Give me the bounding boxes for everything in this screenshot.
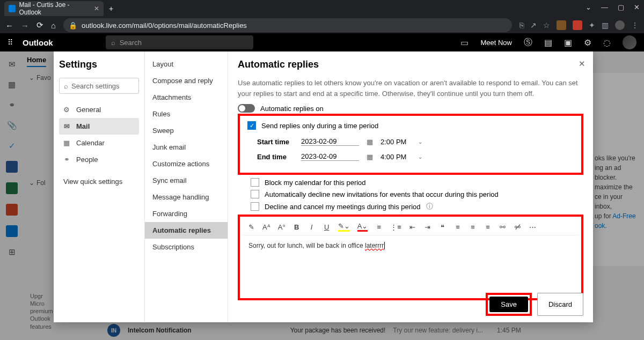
calendar-icon[interactable]: ▦ — [367, 153, 373, 161]
browser-chrome: Mail - Curtis Joe - Outlook ✕ + ⌄ — ▢ ✕ … — [0, 0, 644, 33]
chevron-down-icon[interactable]: ⌄ — [418, 154, 422, 160]
decline-cancel-checkbox[interactable] — [251, 202, 259, 211]
align-left-icon[interactable]: ≡ — [454, 223, 462, 231]
outlook-favicon-icon — [9, 5, 16, 12]
lock-icon: 🔒 — [69, 21, 77, 29]
mid-customize[interactable]: Customize actions — [145, 156, 228, 172]
misspelled-word: laterrrr — [365, 242, 384, 249]
font-color-icon[interactable]: A⌄ — [357, 222, 368, 232]
mid-sync[interactable]: Sync email — [145, 172, 228, 189]
home-button[interactable]: ⌂ — [51, 21, 56, 30]
skype-icon[interactable]: Ⓢ — [524, 37, 532, 48]
mid-compose[interactable]: Compose and reply — [145, 72, 228, 89]
mid-layout[interactable]: Layout — [145, 56, 228, 72]
meet-now-link[interactable]: Meet Now — [480, 39, 512, 47]
sidepanel-icon[interactable]: ▥ — [602, 21, 609, 29]
highlight-box-editor: ✎ Aᴬ A° B I U ✎⌄ A⌄ ≡ ⋮≡ ⇤ ⇥ ❝ ≡ ≡ ≡ ⚯ ⚯… — [238, 215, 583, 300]
start-date-input[interactable]: 2023-02-09 — [301, 137, 359, 146]
abp-extension-icon[interactable] — [573, 20, 582, 30]
save-button[interactable]: Save — [489, 297, 528, 312]
mid-handling[interactable]: Message handling — [145, 189, 228, 205]
outdent-icon[interactable]: ⇤ — [409, 223, 416, 231]
view-quick-settings[interactable]: View quick settings — [59, 178, 139, 186]
align-right-icon[interactable]: ≡ — [484, 223, 492, 231]
extension-icon[interactable] — [557, 20, 566, 30]
window-chevron-icon[interactable]: ⌄ — [586, 3, 591, 11]
description-text: Use automatic replies to let others know… — [238, 78, 583, 99]
nav-general[interactable]: ⚙General — [59, 101, 139, 118]
italic-icon[interactable]: I — [308, 223, 316, 231]
chevron-down-icon[interactable]: ⌄ — [418, 139, 422, 145]
time-period-checkbox[interactable]: ✓ — [247, 121, 256, 130]
underline-icon[interactable]: U — [323, 223, 331, 231]
nav-mail[interactable]: ✉Mail — [59, 118, 139, 135]
meet-cam-icon[interactable]: ▭ — [460, 38, 469, 48]
start-time-input[interactable]: 2:00 PM — [380, 138, 411, 146]
mid-subscriptions[interactable]: Subscriptions — [145, 239, 228, 255]
mid-junk[interactable]: Junk email — [145, 139, 228, 156]
mid-sweep[interactable]: Sweep — [145, 122, 228, 139]
settings-title: Settings — [59, 59, 139, 70]
quote-icon[interactable]: ❝ — [439, 223, 447, 231]
back-button[interactable]: ← — [5, 21, 13, 30]
unlink-icon[interactable]: ⚯̸ — [514, 223, 522, 231]
font-size-icon[interactable]: A° — [278, 223, 286, 231]
block-calendar-checkbox[interactable] — [251, 178, 259, 187]
nav-calendar[interactable]: ▦Calendar — [59, 135, 139, 151]
decline-new-checkbox[interactable] — [251, 190, 259, 198]
align-center-icon[interactable]: ≡ — [469, 223, 477, 231]
gear-icon: ⚙ — [62, 106, 71, 114]
mid-attachments[interactable]: Attachments — [145, 89, 228, 106]
end-date-input[interactable]: 2023-02-09 — [301, 152, 359, 161]
teams-icon[interactable]: ▤ — [544, 38, 552, 48]
search-settings-input[interactable]: ⌕ Search settings — [59, 78, 139, 94]
calendar-icon: ▦ — [62, 139, 71, 147]
settings-gear-icon[interactable]: ⚙ — [584, 38, 591, 48]
tips-icon[interactable]: ◌ — [603, 38, 611, 48]
reload-button[interactable]: ⟳ — [36, 20, 43, 30]
notifications-icon[interactable]: ▣ — [564, 38, 572, 48]
mid-forwarding[interactable]: Forwarding — [145, 205, 228, 222]
link-icon[interactable]: ⚯ — [499, 223, 507, 231]
install-app-icon[interactable]: ⎘ — [519, 21, 524, 29]
more-icon[interactable]: ⋮ — [631, 21, 639, 29]
search-icon: ⌕ — [111, 39, 115, 47]
user-avatar[interactable] — [623, 35, 636, 49]
end-time-input[interactable]: 4:00 PM — [380, 153, 411, 161]
bullets-icon[interactable]: ≡ — [375, 223, 383, 231]
mid-automatic-replies[interactable]: Automatic replies — [145, 222, 228, 239]
url-text: outlook.live.com/mail/0/options/mail/aut… — [82, 21, 247, 29]
more-options-icon[interactable]: ⋯ — [529, 223, 537, 231]
indent-icon[interactable]: ⇥ — [424, 223, 431, 231]
highlight-color-icon[interactable]: ✎⌄ — [338, 222, 350, 232]
window-maximize-icon[interactable]: ▢ — [618, 3, 624, 11]
extensions-icon[interactable]: ✦ — [589, 21, 595, 29]
window-close-icon[interactable]: ✕ — [634, 3, 640, 11]
discard-button[interactable]: Discard — [537, 293, 583, 316]
reply-editor[interactable]: Sorry, out for lunch, will be back in of… — [242, 235, 579, 256]
toggle-label: Automatic replies on — [260, 105, 324, 113]
new-tab-button[interactable]: + — [109, 4, 113, 13]
bookmark-icon[interactable]: ☆ — [543, 21, 550, 29]
mid-rules[interactable]: Rules — [145, 106, 228, 122]
bold-icon[interactable]: B — [293, 223, 301, 231]
profile-avatar-icon[interactable] — [615, 20, 625, 30]
app-launcher-icon[interactable]: ⠿ — [8, 38, 13, 47]
url-input[interactable]: 🔒 outlook.live.com/mail/0/options/mail/a… — [63, 18, 512, 32]
end-time-label: End time — [257, 153, 294, 161]
highlighter-icon[interactable]: ✎ — [247, 223, 255, 231]
font-icon[interactable]: Aᴬ — [262, 223, 270, 231]
main-title: Automatic replies — [238, 59, 583, 70]
share-icon[interactable]: ↗ — [530, 21, 537, 29]
browser-tab[interactable]: Mail - Curtis Joe - Outlook ✕ — [4, 1, 104, 16]
close-dialog-button[interactable]: ✕ — [579, 59, 586, 69]
search-input[interactable]: ⌕ Search — [106, 35, 253, 49]
nav-people[interactable]: ⚭People — [59, 151, 139, 168]
auto-replies-toggle[interactable] — [238, 104, 255, 113]
calendar-icon[interactable]: ▦ — [367, 138, 373, 146]
numbering-icon[interactable]: ⋮≡ — [390, 223, 401, 231]
close-tab-icon[interactable]: ✕ — [94, 5, 99, 12]
info-icon[interactable]: ⓘ — [426, 202, 433, 211]
outlook-brand: Outlook — [23, 38, 53, 47]
window-minimize-icon[interactable]: — — [601, 3, 608, 11]
